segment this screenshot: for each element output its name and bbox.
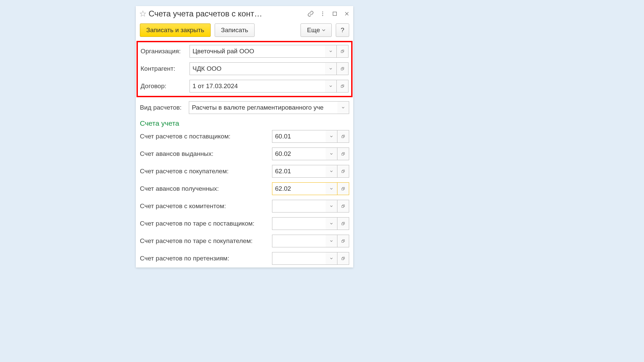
open-icon [341,204,345,208]
help-button[interactable]: ? [336,23,349,37]
account-combo [272,217,349,230]
organization-label: Организация: [141,48,190,55]
contract-combo: 1 от 17.03.2024 [190,80,348,93]
settlement-type-input[interactable]: Расчеты в валюте регламентированного уче [189,101,337,114]
account-input[interactable] [272,235,326,247]
open-icon [340,49,344,53]
account-open-button[interactable] [337,182,349,195]
save-label: Записать [221,26,248,34]
account-combo: 62.02 [272,182,349,195]
svg-rect-17 [343,170,345,172]
organization-dropdown-button[interactable] [325,45,337,58]
account-input[interactable] [272,217,326,230]
settlement-type-row: Вид расчетов: Расчеты в валюте регламент… [140,101,349,114]
account-open-button[interactable] [337,200,349,213]
maximize-icon[interactable] [331,10,338,17]
account-dropdown-button[interactable] [326,182,337,195]
svg-rect-25 [343,240,345,242]
chevron-down-icon [329,50,332,53]
link-icon[interactable] [307,10,314,17]
account-input[interactable] [272,252,326,265]
account-dropdown-button[interactable] [326,252,337,265]
svg-rect-12 [341,86,343,88]
account-dropdown-button[interactable] [326,217,337,230]
account-dropdown-button[interactable] [326,200,337,213]
account-label: Счет расчетов по таре с поставщиком: [140,220,272,227]
account-input[interactable] [272,200,326,213]
account-label: Счет расчетов по претензиям: [140,255,272,262]
chevron-down-icon [330,153,333,155]
more-button[interactable]: Еще [301,23,332,37]
favorite-star-icon[interactable] [139,10,147,17]
contract-input[interactable]: 1 от 17.03.2024 [190,80,325,93]
svg-rect-23 [343,222,345,224]
window-title: Счета учета расчетов с конт… [149,9,304,18]
account-dropdown-button[interactable] [326,147,337,160]
chevron-down-icon [330,205,333,207]
title-bar-actions [304,10,351,17]
settlement-type-row-container: Вид расчетов: Расчеты в валюте регламент… [136,97,353,114]
settlement-type-label: Вид расчетов: [140,104,189,111]
account-open-button[interactable] [337,235,349,247]
organization-row: Организация: Цветочный рай ООО [141,45,348,58]
chevron-down-icon [342,106,344,109]
chevron-down-icon [330,187,333,190]
counterparty-dropdown-button[interactable] [325,62,337,75]
svg-rect-13 [343,135,345,137]
account-open-button[interactable] [337,147,349,160]
organization-open-button[interactable] [337,45,348,58]
account-open-button[interactable] [337,252,349,265]
account-combo: 62.01 [272,165,349,178]
account-dropdown-button[interactable] [326,165,337,178]
accounts-list: Счет расчетов с поставщиком:60.01Счет ав… [136,130,353,265]
svg-rect-15 [343,153,345,155]
organization-combo: Цветочный рай ООО [190,45,348,58]
kebab-menu-icon[interactable] [319,10,326,17]
svg-rect-28 [342,258,344,260]
account-combo: 60.01 [272,130,349,143]
open-icon [341,222,345,226]
account-row: Счет расчетов с покупателем:62.01 [140,165,349,178]
contract-row: Договор: 1 от 17.03.2024 [141,80,348,93]
counterparty-input[interactable]: ЧДК ООО [190,62,325,75]
svg-rect-16 [342,154,344,156]
title-bar: Счета учета расчетов с конт… [136,6,353,21]
chevron-down-icon [330,170,333,173]
save-button[interactable]: Записать [215,23,255,37]
account-label: Счет расчетов с покупателем: [140,168,272,175]
svg-marker-0 [140,11,146,16]
contract-dropdown-button[interactable] [325,80,337,93]
close-icon[interactable] [343,10,351,17]
svg-rect-14 [342,136,344,138]
account-open-button[interactable] [337,217,349,230]
contract-open-button[interactable] [337,80,348,93]
account-input[interactable]: 60.01 [272,130,326,143]
organization-input[interactable]: Цветочный рай ООО [190,45,325,58]
svg-rect-9 [342,67,344,69]
account-input[interactable]: 60.02 [272,147,326,160]
account-row: Счет расчетов по таре с покупателем: [140,235,349,247]
settlement-type-dropdown-button[interactable] [337,101,349,114]
account-combo [272,235,349,247]
account-input[interactable]: 62.01 [272,165,326,178]
chevron-down-icon [322,28,325,32]
chevron-down-icon [330,257,333,260]
save-and-close-button[interactable]: Записать и закрыть [140,23,211,37]
counterparty-open-button[interactable] [337,62,348,75]
account-open-button[interactable] [337,130,349,143]
open-icon [341,256,345,260]
account-dropdown-button[interactable] [326,130,337,143]
svg-rect-19 [343,187,345,189]
svg-line-5 [345,12,348,15]
account-row: Счет расчетов с поставщиком:60.01 [140,130,349,143]
account-open-button[interactable] [337,165,349,178]
toolbar: Записать и закрыть Записать Еще ? [136,21,353,41]
account-input[interactable]: 62.02 [272,182,326,195]
help-label: ? [341,26,344,34]
account-dropdown-button[interactable] [326,235,337,247]
open-icon [341,152,345,156]
account-combo [272,200,349,213]
settlement-type-combo: Расчеты в валюте регламентированного уче [189,101,349,114]
save-and-close-label: Записать и закрыть [146,26,204,34]
account-combo [272,252,349,265]
